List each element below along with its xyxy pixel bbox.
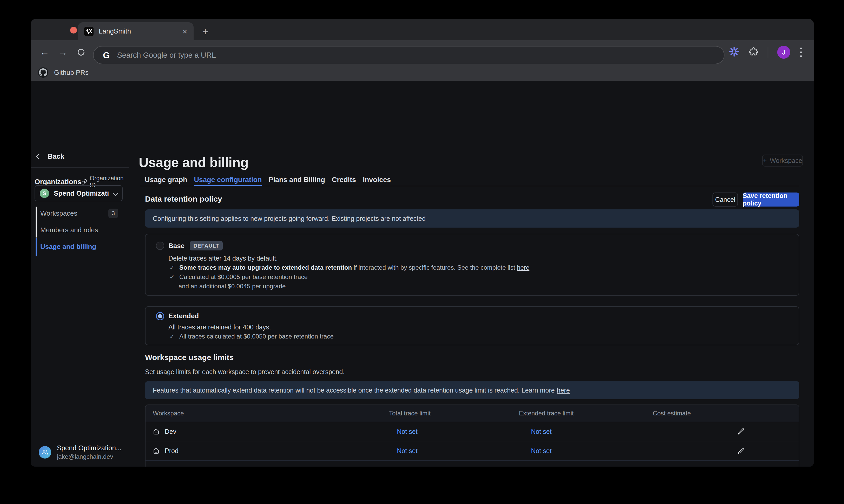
workspace-icon	[152, 466, 160, 467]
sidebar-item-workspaces[interactable]: Workspaces 3	[40, 208, 118, 219]
extended-point-1: All traces calculated at $0.0050 per bas…	[179, 333, 334, 340]
add-workspace-button[interactable]: + Workspace	[762, 155, 803, 166]
extended-label: Extended	[168, 312, 199, 320]
new-tab-button[interactable]: +	[199, 25, 212, 38]
back-icon[interactable]: ←	[38, 46, 51, 58]
col-cost-estimate: Cost estimate	[653, 410, 799, 417]
sidebar-item-label: Usage and billing	[40, 242, 96, 251]
back-button[interactable]: Back	[37, 152, 65, 161]
extended-description: All traces are retained for 400 days.	[168, 323, 271, 331]
cancel-button[interactable]: Cancel	[713, 193, 738, 206]
extensions-puzzle-icon[interactable]	[748, 47, 759, 58]
bookmark-label: Github PRs	[54, 69, 89, 77]
tabs-divider	[140, 186, 799, 186]
base-point-1: Some traces may auto-upgrade to extended…	[179, 264, 529, 271]
total-limit-link[interactable]: Not set	[389, 466, 425, 467]
main-content: Usage and billing + Workspace Usage grap…	[129, 81, 814, 467]
total-limit-link[interactable]: Not set	[389, 428, 425, 435]
tab-usage-graph[interactable]: Usage graph	[145, 176, 187, 186]
users-icon	[41, 449, 49, 456]
sidebar-divider	[31, 167, 129, 168]
extended-limit-link[interactable]: Not set	[519, 428, 563, 435]
table-row-prod: Prod Not set Not set	[145, 442, 799, 461]
col-workspace: Workspace	[145, 410, 389, 417]
edit-pencil-icon[interactable]	[737, 466, 745, 467]
langsmith-page: Back Organizations Organization ID S Spe…	[31, 81, 814, 467]
sidebar-item-usage-and-billing[interactable]: Usage and billing	[40, 241, 118, 252]
organizations-label: Organizations	[35, 178, 81, 186]
sidebar: Back Organizations Organization ID S Spe…	[31, 81, 129, 467]
browser-tab[interactable]: LangSmith ×	[78, 22, 194, 40]
default-badge: DEFAULT	[190, 241, 223, 250]
learn-more-link[interactable]: here	[557, 386, 570, 394]
extended-radio[interactable]	[156, 312, 164, 320]
organization-selector[interactable]: S Spend Optimization Tu...	[35, 185, 123, 201]
edit-pencil-icon[interactable]	[737, 428, 745, 435]
toolbar-right: J	[729, 46, 803, 58]
account-card[interactable]: Spend Optimization... jake@langchain.dev	[39, 444, 122, 460]
limits-description: Set usage limits for each workspace to p…	[145, 368, 345, 376]
browser-profile-avatar[interactable]: J	[777, 46, 790, 59]
base-radio[interactable]	[156, 241, 164, 250]
complete-list-link[interactable]: here	[517, 264, 529, 271]
tab-usage-configuration[interactable]: Usage configuration	[194, 176, 262, 186]
link-icon	[81, 179, 87, 185]
tab-strip: LangSmith × +	[31, 19, 814, 40]
base-point-2-cont: and an additional $0.0045 per upgrade	[179, 283, 286, 290]
workspace-name: Staging	[165, 466, 187, 467]
workspace-limits-table: Workspace Total trace limit Extended tra…	[145, 404, 799, 467]
limits-info-banner: Features that automatically extend data …	[145, 381, 799, 399]
billing-tabs: Usage graph Usage configuration Plans an…	[145, 176, 391, 186]
save-retention-policy-button[interactable]: Save retention policy	[743, 193, 799, 206]
table-row-dev: Dev Not set Not set	[145, 422, 799, 442]
forward-icon[interactable]: →	[57, 46, 69, 58]
check-icon: ✓	[169, 264, 175, 271]
reload-icon[interactable]	[75, 46, 87, 58]
edit-pencil-icon[interactable]	[737, 447, 745, 455]
workspace-icon	[152, 428, 160, 435]
browser-menu-icon[interactable]	[799, 47, 803, 58]
workspace-icon	[152, 447, 160, 455]
retention-info-banner: Configuring this setting applies to new …	[145, 210, 799, 228]
bookmarks-bar: Github PRs	[31, 64, 814, 81]
retention-banner-text: Configuring this setting applies to new …	[153, 215, 426, 222]
extended-limit-link[interactable]: Not set	[519, 466, 563, 467]
google-icon: G	[103, 50, 110, 60]
browser-toolbar: ← → G Search Google or type a URL	[31, 40, 814, 64]
col-total-trace-limit: Total trace limit	[389, 410, 519, 417]
tab-credits[interactable]: Credits	[332, 176, 356, 186]
github-icon	[38, 67, 48, 78]
url-input[interactable]: G Search Google or type a URL	[93, 46, 724, 64]
workspaces-count-badge: 3	[108, 209, 118, 218]
langsmith-favicon	[84, 27, 93, 36]
total-limit-link[interactable]: Not set	[389, 447, 425, 455]
extended-retention-option[interactable]: Extended All traces are retained for 400…	[145, 306, 799, 345]
base-description: Delete traces after 14 days by default.	[168, 255, 278, 262]
tab-plans-and-billing[interactable]: Plans and Billing	[269, 176, 325, 186]
add-workspace-label: Workspace	[770, 157, 803, 164]
org-name: Spend Optimization Tu...	[54, 190, 109, 197]
extended-limit-link[interactable]: Not set	[519, 447, 563, 455]
back-label: Back	[48, 152, 65, 161]
sidebar-item-label: Members and roles	[40, 226, 98, 234]
account-email: jake@langchain.dev	[57, 453, 122, 460]
bookmark-github-prs[interactable]: Github PRs	[38, 67, 89, 78]
base-point-2: Calculated at $0.0005 per base retention…	[179, 273, 308, 281]
org-avatar: S	[40, 188, 49, 198]
close-tab-icon[interactable]: ×	[182, 27, 187, 36]
extension-starburst-icon[interactable]	[729, 46, 739, 58]
page-title: Usage and billing	[139, 155, 248, 170]
tab-invoices[interactable]: Invoices	[363, 176, 391, 186]
retention-heading: Data retention policy	[145, 195, 222, 203]
browser-window: LangSmith × + ← → G Search Google or typ…	[31, 19, 814, 467]
workspace-name: Prod	[165, 447, 179, 455]
workspace-name: Dev	[165, 428, 176, 435]
table-row-staging: Staging Not set Not set	[145, 461, 799, 467]
base-retention-option[interactable]: Base DEFAULT Delete traces after 14 days…	[145, 234, 799, 296]
col-extended-trace-limit: Extended trace limit	[519, 410, 653, 417]
sidebar-item-members-and-roles[interactable]: Members and roles	[40, 224, 118, 236]
chevron-down-icon	[113, 191, 118, 196]
nav-rail	[36, 206, 37, 238]
check-icon: ✓	[169, 333, 175, 340]
close-window-button[interactable]	[70, 27, 77, 34]
